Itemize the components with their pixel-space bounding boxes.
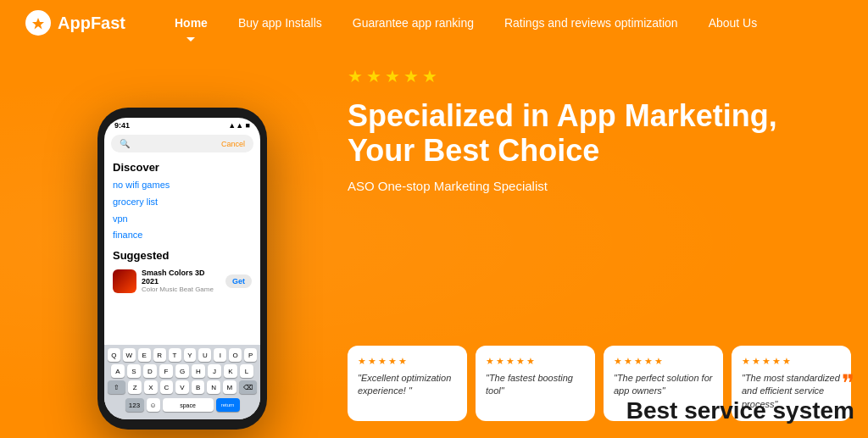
hero-subtitle: ASO One-stop Marketing Specialist [348, 179, 851, 193]
search-bar[interactable]: 🔍 Cancel [111, 135, 253, 152]
key-l[interactable]: L [240, 364, 253, 378]
key-z[interactable]: Z [128, 380, 142, 394]
phone-content: Discover no wifi games grocery list vpn … [104, 156, 260, 345]
phone-mockup: 9:41 ▲▲ ■ 🔍 Cancel Discover no wifi game… [97, 108, 267, 430]
key-k[interactable]: K [224, 364, 237, 378]
key-f[interactable]: F [159, 364, 173, 378]
review-card-1: ★ ★ ★ ★ ★ "Excellent optimization experi… [348, 346, 467, 421]
app-sub: Color Music Beat Game [142, 286, 220, 293]
logo-icon [25, 10, 51, 36]
nav-links: Home Buy app Installs Guarantee app rank… [159, 1, 843, 45]
logo-area[interactable]: AppFast [25, 10, 125, 36]
key-123[interactable]: 123 [125, 398, 144, 412]
status-bar: 9:41 ▲▲ ■ [104, 118, 260, 131]
quote-icon: ❞ [626, 372, 854, 396]
nav-item-guarantee[interactable]: Guarantee app ranking [337, 1, 489, 45]
discover-title: Discover [113, 161, 252, 174]
phone-link-3[interactable]: vpn [113, 211, 252, 228]
key-p[interactable]: P [244, 348, 257, 362]
nav-item-home[interactable]: Home [159, 1, 223, 45]
star-5: ★ [422, 66, 437, 86]
nav-link-about[interactable]: About Us [693, 1, 773, 45]
phone-link-1[interactable]: no wifi games [113, 177, 252, 194]
hero-title: Specialized in App Marketing, Your Best … [348, 98, 851, 169]
phone-screen: 9:41 ▲▲ ■ 🔍 Cancel Discover no wifi game… [104, 118, 260, 419]
phone-section: 9:41 ▲▲ ■ 🔍 Cancel Discover no wifi game… [0, 46, 339, 438]
review-card-2: ★ ★ ★ ★ ★ "The fastest boosting tool" [476, 346, 595, 421]
card-stars-1: ★ ★ ★ ★ ★ [358, 356, 457, 367]
key-s[interactable]: S [127, 364, 141, 378]
card-stars-3: ★ ★ ★ ★ ★ [614, 356, 713, 367]
hero-right: ★ ★ ★ ★ ★ Specialized in App Marketing, … [339, 46, 868, 438]
app-icon [113, 269, 136, 293]
get-button[interactable]: Get [225, 274, 252, 288]
star-2: ★ [366, 66, 381, 86]
key-n[interactable]: N [207, 380, 220, 394]
nav-link-guarantee[interactable]: Guarantee app ranking [337, 1, 489, 45]
phone-link-2[interactable]: grocery list [113, 194, 252, 211]
nav-link-buy[interactable]: Buy app Installs [223, 1, 337, 45]
key-a[interactable]: A [111, 364, 125, 378]
key-delete[interactable]: ⌫ [239, 380, 257, 394]
best-service-text: Best service system [626, 397, 854, 424]
key-i[interactable]: I [214, 348, 226, 362]
key-b[interactable]: B [192, 380, 205, 394]
phone-link-4[interactable]: finance [113, 227, 252, 244]
key-y[interactable]: Y [184, 348, 197, 362]
key-r[interactable]: R [153, 348, 166, 362]
nav-item-about[interactable]: About Us [693, 1, 773, 45]
review-text-1: "Excellent optimization experience! " [358, 372, 457, 398]
star-1: ★ [348, 66, 363, 86]
key-d[interactable]: D [143, 364, 157, 378]
key-w[interactable]: W [123, 348, 136, 362]
key-j[interactable]: J [208, 364, 221, 378]
app-info: Smash Colors 3D 2021 Color Music Beat Ga… [142, 269, 220, 293]
key-shift[interactable]: ⇧ [108, 380, 125, 394]
nav-link-home[interactable]: Home [159, 1, 223, 45]
key-x[interactable]: X [144, 380, 158, 394]
key-g[interactable]: G [175, 364, 189, 378]
key-emoji[interactable]: ☺ [147, 398, 160, 412]
nav-item-buy[interactable]: Buy app Installs [223, 1, 337, 45]
key-t[interactable]: T [169, 348, 181, 362]
best-service: ❞ Best service system [626, 372, 854, 424]
keyboard: Q W E R T Y U I O P A S D [104, 345, 260, 419]
key-row-1: Q W E R T Y U I O P [108, 348, 257, 362]
key-e[interactable]: E [138, 348, 151, 362]
key-row-2: A S D F G H J K L [108, 364, 257, 378]
key-o[interactable]: O [229, 348, 242, 362]
key-space[interactable]: space [163, 398, 214, 412]
phone-signal: ▲▲ ■ [228, 121, 250, 130]
key-v[interactable]: V [175, 380, 189, 394]
nav-link-ratings[interactable]: Ratings and reviews optimization [489, 1, 693, 45]
suggested-item: Smash Colors 3D 2021 Color Music Beat Ga… [113, 265, 252, 297]
card-stars-2: ★ ★ ★ ★ ★ [486, 356, 585, 367]
review-text-2: "The fastest boosting tool" [486, 372, 585, 398]
brand-name: AppFast [58, 14, 125, 33]
hero-section: 9:41 ▲▲ ■ 🔍 Cancel Discover no wifi game… [0, 46, 868, 438]
app-name: Smash Colors 3D 2021 [142, 269, 220, 286]
key-m[interactable]: M [223, 380, 236, 394]
key-h[interactable]: H [192, 364, 205, 378]
card-stars-4: ★ ★ ★ ★ ★ [742, 356, 841, 367]
key-u[interactable]: U [198, 348, 211, 362]
nav-item-ratings[interactable]: Ratings and reviews optimization [489, 1, 693, 45]
star-3: ★ [385, 66, 400, 86]
navbar: AppFast Home Buy app Installs Guarantee … [0, 0, 868, 46]
hero-stars: ★ ★ ★ ★ ★ [348, 66, 851, 86]
key-q[interactable]: Q [108, 348, 120, 362]
key-c[interactable]: C [160, 380, 174, 394]
phone-time: 9:41 [114, 121, 130, 130]
key-return[interactable]: return [216, 398, 240, 412]
key-row-bottom: 123 ☺ space return [108, 396, 257, 413]
key-row-3: ⇧ Z X C V B N M ⌫ [108, 380, 257, 394]
star-4: ★ [403, 66, 419, 86]
suggested-title: Suggested [113, 249, 252, 262]
search-icon: 🔍 [120, 139, 130, 148]
cancel-label[interactable]: Cancel [221, 140, 245, 148]
